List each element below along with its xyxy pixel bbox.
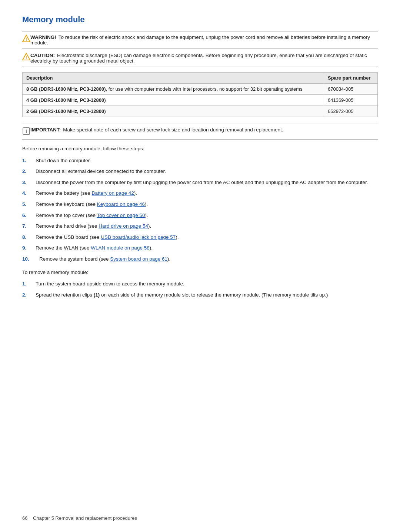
warning-box: ! WARNING!To reduce the risk of electric…	[22, 31, 378, 49]
table-row-partnum: 670034-005	[324, 84, 377, 95]
step-number: 4.	[22, 189, 36, 197]
step-number: 6.	[22, 211, 36, 220]
important-box: i IMPORTANT:Make special note of each sc…	[22, 124, 378, 140]
before-removing-intro: Before removing a memory module, follow …	[22, 145, 378, 153]
step-link[interactable]: System board on page 61	[110, 256, 167, 262]
list-item: 2.Disconnect all external devices connec…	[22, 167, 378, 175]
step-text: Remove the top cover (see Top cover on p…	[36, 211, 148, 220]
table-row-description: 2 GB (DDR3-1600 MHz, PC3-12800)	[23, 106, 324, 117]
step-text: Disconnect the power from the computer b…	[36, 178, 368, 187]
table-row-partnum: 641369-005	[324, 95, 377, 106]
step-number: 1.	[22, 280, 36, 288]
caution-icon: !	[22, 53, 30, 62]
list-item: 4.Remove the battery (see Battery on pag…	[22, 189, 378, 197]
svg-text:!: !	[26, 37, 27, 41]
list-item: 5.Remove the keyboard (see Keyboard on p…	[22, 200, 378, 208]
step-text: Shut down the computer.	[36, 157, 91, 165]
important-label: IMPORTANT:	[30, 127, 61, 133]
warning-label: WARNING!	[30, 34, 56, 40]
footer: 66 Chapter 5 Removal and replacement pro…	[22, 515, 137, 521]
step-number: 5.	[22, 200, 36, 208]
list-item: 6.Remove the top cover (see Top cover on…	[22, 211, 378, 220]
table-col-partnum: Spare part number	[324, 73, 377, 84]
footer-chapter: Chapter 5 Removal and replacement proced…	[33, 515, 137, 521]
step-link[interactable]: USB board/audio jack on page 57	[101, 234, 176, 240]
list-item: 9.Remove the WLAN (see WLAN module on pa…	[22, 244, 378, 252]
important-text: IMPORTANT:Make special note of each scre…	[30, 127, 283, 133]
list-item: 8.Remove the USB board (see USB board/au…	[22, 233, 378, 241]
step-number: 8.	[22, 233, 36, 241]
step-text: Remove the battery (see Battery on page …	[36, 189, 137, 197]
svg-text:!: !	[26, 55, 27, 60]
caution-body: Electrostatic discharge (ESD) can damage…	[30, 53, 367, 64]
warning-text: WARNING!To reduce the risk of electric s…	[30, 34, 378, 46]
step-number: 3.	[22, 178, 36, 187]
table-col-description: Description	[23, 73, 324, 84]
step-text: Spread the retention clips (1) on each s…	[36, 291, 328, 299]
remove-steps-list: 1.Turn the system board upside down to a…	[22, 280, 378, 299]
warning-body: To reduce the risk of electric shock and…	[30, 34, 370, 46]
important-body: Make special note of each screw and scre…	[63, 127, 283, 133]
list-item: 10.Remove the system board (see System b…	[22, 255, 378, 263]
step-link[interactable]: WLAN module on page 58	[91, 245, 149, 251]
table-row-partnum: 652972-005	[324, 106, 377, 117]
step-text: Remove the WLAN (see WLAN module on page…	[36, 244, 153, 252]
step-text: Remove the hard drive (see Hard drive on…	[36, 222, 151, 230]
step-number: 9.	[22, 244, 36, 252]
list-item: 2.Spread the retention clips (1) on each…	[22, 291, 378, 299]
step-link[interactable]: Keyboard on page 46	[97, 201, 145, 207]
important-icon: i	[22, 127, 30, 136]
step-number: 7.	[22, 222, 36, 230]
warning-icon: !	[22, 34, 30, 44]
svg-text:i: i	[26, 129, 27, 134]
step-text: Remove the USB board (see USB board/audi…	[36, 233, 179, 241]
step-number: 2.	[22, 291, 36, 299]
list-item: 1.Turn the system board upside down to a…	[22, 280, 378, 288]
caution-box: ! CAUTION:Electrostatic discharge (ESD) …	[22, 50, 378, 67]
step-link[interactable]: Hard drive on page 54	[99, 223, 148, 229]
step-link[interactable]: Top cover on page 50	[97, 213, 145, 218]
parts-table: Description Spare part number 8 GB (DDR3…	[22, 72, 378, 117]
step-link[interactable]: Battery on page 42	[92, 190, 134, 196]
caution-text: CAUTION:Electrostatic discharge (ESD) ca…	[30, 53, 378, 64]
list-item: 1.Shut down the computer.	[22, 157, 378, 165]
step-text: Remove the keyboard (see Keyboard on pag…	[36, 200, 148, 208]
caution-label: CAUTION:	[30, 53, 55, 58]
step-text: Disconnect all external devices connecte…	[36, 167, 166, 175]
list-item: 7.Remove the hard drive (see Hard drive …	[22, 222, 378, 230]
before-steps-list: 1.Shut down the computer.2.Disconnect al…	[22, 157, 378, 263]
table-row-description: 8 GB (DDR3-1600 MHz, PC3-12800), for use…	[23, 84, 324, 95]
page-title: Memory module	[22, 15, 378, 24]
step-number: 2.	[22, 167, 36, 175]
table-row-description: 4 GB (DDR3-1600 MHz, PC3-12800)	[23, 95, 324, 106]
step-text: Remove the system board (see System boar…	[39, 255, 170, 263]
footer-pagenum: 66	[22, 515, 27, 521]
to-remove-intro: To remove a memory module:	[22, 268, 378, 277]
step-number: 1.	[22, 157, 36, 165]
step-number: 10.	[22, 255, 39, 263]
list-item: 3.Disconnect the power from the computer…	[22, 178, 378, 187]
step-text: Turn the system board upside down to acc…	[36, 280, 184, 288]
